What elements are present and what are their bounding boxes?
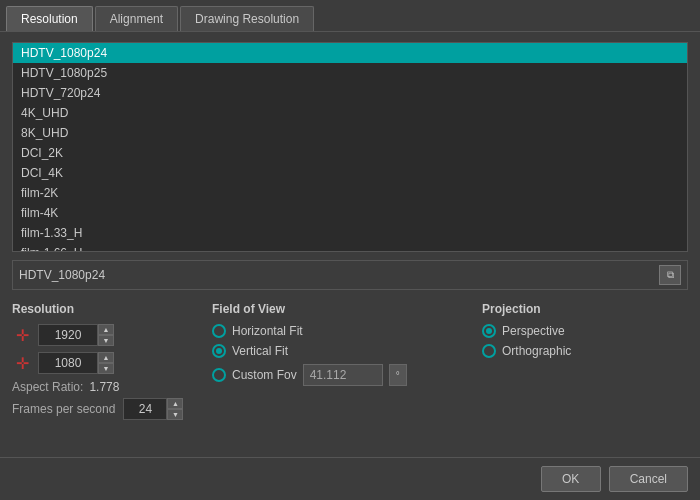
fov-vertical-radio-inner <box>216 348 222 354</box>
aspect-ratio-value: 1.778 <box>89 380 119 394</box>
list-item[interactable]: film-2K <box>13 183 687 203</box>
resolution-dialog: Resolution Alignment Drawing Resolution … <box>0 0 700 500</box>
list-item[interactable]: HDTV_1080p24 <box>13 43 687 63</box>
copy-icon: ⧉ <box>667 269 674 281</box>
width-input-wrap: ▲ ▼ <box>38 324 114 346</box>
fov-unit-button[interactable]: ° <box>389 364 407 386</box>
height-spinner: ▲ ▼ <box>98 352 114 374</box>
height-spinner-up[interactable]: ▲ <box>98 352 114 363</box>
width-spinner-up[interactable]: ▲ <box>98 324 114 335</box>
fov-custom-row: Custom Fov ° <box>212 364 462 386</box>
copy-button[interactable]: ⧉ <box>659 265 681 285</box>
fps-input[interactable] <box>123 398 167 420</box>
list-item[interactable]: HDTV_1080p25 <box>13 63 687 83</box>
height-crosshair-icon[interactable]: ✛ <box>12 353 32 373</box>
fov-custom-input[interactable] <box>303 364 383 386</box>
projection-orthographic-row[interactable]: Orthographic <box>482 344 688 358</box>
fov-section-title: Field of View <box>212 302 462 316</box>
height-input-wrap: ▲ ▼ <box>38 352 114 374</box>
fov-vertical-radio[interactable] <box>212 344 226 358</box>
cancel-button[interactable]: Cancel <box>609 466 688 492</box>
section-projection: Projection Perspective Orthographic <box>472 302 688 364</box>
projection-perspective-radio-inner <box>486 328 492 334</box>
list-item[interactable]: film-4K <box>13 203 687 223</box>
section-fov: Field of View Horizontal Fit Vertical Fi… <box>212 302 472 392</box>
fov-horizontal-row[interactable]: Horizontal Fit <box>212 324 462 338</box>
fov-vertical-label: Vertical Fit <box>232 344 288 358</box>
fov-vertical-row[interactable]: Vertical Fit <box>212 344 462 358</box>
resolution-list[interactable]: HDTV_1080p24HDTV_1080p25HDTV_720p244K_UH… <box>13 43 687 251</box>
fps-input-wrap: ▲ ▼ <box>123 398 183 420</box>
tab-bar: Resolution Alignment Drawing Resolution <box>0 0 700 32</box>
projection-perspective-label: Perspective <box>502 324 565 338</box>
fps-label: Frames per second <box>12 402 115 416</box>
width-input[interactable] <box>38 324 98 346</box>
selected-resolution-bar: HDTV_1080p24 ⧉ <box>12 260 688 290</box>
list-item[interactable]: film-1.66_H <box>13 243 687 251</box>
fps-spinner: ▲ ▼ <box>167 398 183 420</box>
fps-spinner-down[interactable]: ▼ <box>167 409 183 420</box>
selected-resolution-text: HDTV_1080p24 <box>19 268 105 282</box>
width-input-row: ✛ ▲ ▼ <box>12 324 202 346</box>
list-item[interactable]: 4K_UHD <box>13 103 687 123</box>
projection-perspective-radio[interactable] <box>482 324 496 338</box>
list-item[interactable]: HDTV_720p24 <box>13 83 687 103</box>
tab-alignment[interactable]: Alignment <box>95 6 178 31</box>
width-spinner-down[interactable]: ▼ <box>98 335 114 346</box>
tab-resolution[interactable]: Resolution <box>6 6 93 31</box>
list-item[interactable]: DCI_2K <box>13 143 687 163</box>
height-input[interactable] <box>38 352 98 374</box>
resolution-list-container: HDTV_1080p24HDTV_1080p25HDTV_720p244K_UH… <box>12 42 688 252</box>
resolution-section-title: Resolution <box>12 302 202 316</box>
bottom-bar: OK Cancel <box>0 457 700 500</box>
ok-button[interactable]: OK <box>541 466 601 492</box>
fov-custom-input-row: ° <box>303 364 407 386</box>
tab-drawing-resolution[interactable]: Drawing Resolution <box>180 6 314 31</box>
list-item[interactable]: DCI_4K <box>13 163 687 183</box>
list-item[interactable]: 8K_UHD <box>13 123 687 143</box>
fov-custom-radio[interactable] <box>212 368 226 382</box>
projection-orthographic-label: Orthographic <box>502 344 571 358</box>
fov-horizontal-radio[interactable] <box>212 324 226 338</box>
list-item[interactable]: film-1.33_H <box>13 223 687 243</box>
fov-horizontal-label: Horizontal Fit <box>232 324 303 338</box>
section-resolution: Resolution ✛ ▲ ▼ ✛ <box>12 302 212 420</box>
fps-spinner-up[interactable]: ▲ <box>167 398 183 409</box>
height-input-row: ✛ ▲ ▼ <box>12 352 202 374</box>
width-crosshair-icon[interactable]: ✛ <box>12 325 32 345</box>
fps-row: Frames per second ▲ ▼ <box>12 398 202 420</box>
settings-row: Resolution ✛ ▲ ▼ ✛ <box>12 298 688 447</box>
aspect-ratio-label: Aspect Ratio: <box>12 380 83 394</box>
aspect-ratio-row: Aspect Ratio: 1.778 <box>12 380 202 394</box>
width-spinner: ▲ ▼ <box>98 324 114 346</box>
projection-perspective-row[interactable]: Perspective <box>482 324 688 338</box>
height-spinner-down[interactable]: ▼ <box>98 363 114 374</box>
dialog-content: HDTV_1080p24HDTV_1080p25HDTV_720p244K_UH… <box>0 32 700 457</box>
fov-custom-label: Custom Fov <box>232 368 297 382</box>
projection-section-title: Projection <box>482 302 688 316</box>
projection-orthographic-radio[interactable] <box>482 344 496 358</box>
